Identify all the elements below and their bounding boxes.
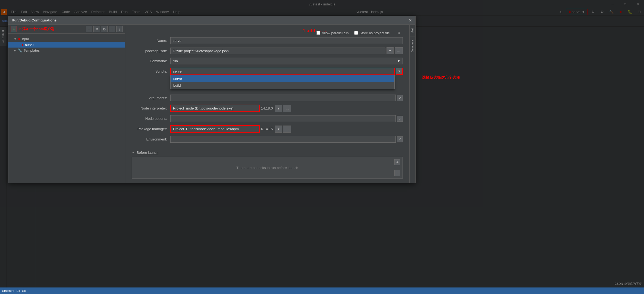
node-interpreter-input[interactable] bbox=[170, 105, 260, 112]
node-options-label: Node options: bbox=[132, 117, 167, 121]
ant-panel-tab[interactable]: Ant bbox=[410, 25, 415, 36]
database-panel-tab[interactable]: Database bbox=[410, 36, 415, 56]
package-json-label: package.json: bbox=[132, 49, 167, 53]
npm-icon: ■ bbox=[18, 37, 20, 41]
dialog-backdrop: Run/Debug Configurations ✕ + 2.添加一个npm客户… bbox=[0, 0, 644, 294]
package-json-input-group: ▼ … bbox=[170, 47, 403, 54]
node-interpreter-group: 14.18.0 ▼ … bbox=[170, 105, 403, 112]
templates-item[interactable]: ▶ 🔧 Templates bbox=[8, 48, 125, 53]
dialog-form: 1.add … … Allow parallel run Store as pr… bbox=[125, 25, 409, 183]
name-row: Name: bbox=[132, 37, 403, 44]
bottom-item-ex: Ex bbox=[17, 289, 20, 292]
environment-row: Environment: ⤢ bbox=[132, 136, 403, 143]
node-interpreter-row: Node interpreter: 14.18.0 ▼ … bbox=[132, 105, 403, 112]
store-as-project-label: Store as project file bbox=[360, 31, 390, 35]
package-manager-group: 6.14.15 ▼ … bbox=[170, 125, 403, 133]
scripts-dropdown-list: serve build bbox=[170, 75, 395, 89]
package-json-input[interactable] bbox=[170, 48, 385, 54]
serve-config-label: serve bbox=[25, 43, 34, 47]
command-dropdown-icon: ▼ bbox=[397, 59, 400, 63]
before-launch-title: Before launch bbox=[137, 151, 158, 155]
scripts-input[interactable] bbox=[170, 68, 395, 75]
name-input[interactable] bbox=[170, 37, 403, 44]
copy-configuration-button[interactable]: ⧉ bbox=[93, 26, 100, 32]
package-manager-label: Package manager: bbox=[132, 127, 167, 131]
chevron-right-icon: ▶ bbox=[14, 49, 16, 52]
npm-group[interactable]: ▼ ■ npm bbox=[8, 36, 125, 42]
arguments-label: Arguments: bbox=[132, 96, 167, 100]
node-version-dropdown[interactable]: ▼ bbox=[275, 105, 282, 112]
chevron-down-icon: ▼ bbox=[14, 37, 17, 40]
node-version: 14.18.0 bbox=[261, 106, 273, 110]
node-options-expand-button[interactable]: ⤢ bbox=[397, 116, 403, 122]
name-label: Name: bbox=[132, 39, 167, 43]
node-options-row: Node options: ⤢ bbox=[132, 115, 403, 122]
scripts-row: Scripts: ▼ serve build 选择我选择这几个选项 bbox=[132, 68, 403, 75]
arguments-expand-button[interactable]: ⤢ bbox=[397, 95, 403, 101]
command-row: Command: run ▼ bbox=[132, 58, 403, 64]
scripts-label: Scripts: bbox=[132, 69, 167, 73]
environment-input-group: ⤢ bbox=[170, 136, 403, 143]
store-as-project-checkbox-item: Store as project file bbox=[354, 31, 390, 35]
run-debug-dialog: Run/Debug Configurations ✕ + 2.添加一个npm客户… bbox=[8, 16, 416, 183]
templates-icon: 🔧 bbox=[18, 48, 22, 52]
command-select[interactable]: run ▼ bbox=[170, 58, 403, 64]
checkbox-row: Allow parallel run Store as project file… bbox=[316, 29, 403, 37]
before-launch-empty-text: There are no tasks to run before launch bbox=[236, 166, 298, 170]
dialog-tree-toolbar: + 2.添加一个npm客户端 − ⧉ ⚙ ↑ ↓ bbox=[8, 25, 125, 34]
scripts-input-row: ▼ bbox=[170, 68, 403, 75]
dialog-close-button[interactable]: ✕ bbox=[409, 18, 412, 23]
settings-configuration-button[interactable]: ⚙ bbox=[101, 26, 108, 32]
package-json-row: package.json: ▼ … bbox=[132, 47, 403, 54]
package-manager-input[interactable] bbox=[170, 125, 260, 133]
node-options-input[interactable] bbox=[170, 115, 396, 122]
before-launch-remove-button[interactable]: − bbox=[394, 170, 400, 176]
environment-input[interactable] bbox=[170, 136, 396, 143]
remove-configuration-button[interactable]: − bbox=[86, 26, 92, 32]
arguments-input-group: ⤢ bbox=[170, 95, 403, 101]
dialog-right-panels: Ant Database bbox=[409, 25, 415, 183]
before-launch-add-button[interactable]: + bbox=[394, 159, 400, 165]
scripts-option-serve[interactable]: serve bbox=[171, 75, 394, 82]
package-manager-row: Package manager: 6.14.15 ▼ … bbox=[132, 125, 403, 133]
project-settings-button[interactable]: ⚙ bbox=[395, 29, 403, 37]
scripts-dropdown-arrow[interactable]: ▼ bbox=[396, 68, 403, 75]
command-label: Command: bbox=[132, 59, 167, 63]
command-input-group: run ▼ bbox=[170, 58, 403, 64]
scripts-option-build[interactable]: build bbox=[171, 82, 394, 89]
command-value: run bbox=[173, 59, 178, 63]
dialog-body: + 2.添加一个npm客户端 − ⧉ ⚙ ↑ ↓ ▼ ■ npm bbox=[8, 25, 415, 183]
package-manager-browse[interactable]: … bbox=[283, 126, 291, 133]
npm-group-label: npm bbox=[22, 37, 29, 41]
dialog-tree-panel: + 2.添加一个npm客户端 − ⧉ ⚙ ↑ ↓ ▼ ■ npm bbox=[8, 25, 125, 183]
move-down-button[interactable]: ↓ bbox=[116, 26, 123, 32]
arguments-input[interactable] bbox=[170, 95, 396, 101]
arguments-row: Arguments: ⤢ bbox=[132, 95, 403, 101]
bottom-bar: Structure Ex Sc bbox=[0, 287, 644, 294]
run-config-icon: ■ bbox=[21, 43, 23, 47]
scripts-container: ▼ serve build bbox=[170, 68, 403, 75]
store-as-project-checkbox[interactable] bbox=[354, 31, 358, 35]
serve-config-item[interactable]: ■ serve bbox=[8, 42, 125, 48]
bottom-status: Structure bbox=[2, 289, 14, 292]
environment-expand-button[interactable]: ⤢ bbox=[397, 136, 403, 142]
allow-parallel-checkbox[interactable] bbox=[316, 31, 320, 35]
watermark: CSDN @我真的不菜 bbox=[615, 282, 642, 286]
before-launch-header: ▼ Before launch bbox=[132, 151, 403, 155]
add-configuration-button[interactable]: + bbox=[11, 26, 17, 32]
package-manager-dropdown[interactable]: ▼ bbox=[275, 126, 282, 133]
before-launch-section: ▼ Before launch There are no tasks to ru… bbox=[132, 148, 403, 179]
allow-parallel-checkbox-item: Allow parallel run bbox=[316, 31, 349, 35]
package-json-dropdown[interactable]: ▼ bbox=[387, 47, 394, 54]
node-interpreter-label: Node interpreter: bbox=[132, 106, 167, 110]
templates-label: Templates bbox=[24, 48, 40, 52]
node-interpreter-browse[interactable]: … bbox=[283, 105, 291, 112]
bottom-item-sc: Sc bbox=[22, 289, 26, 292]
before-launch-body: There are no tasks to run before launch … bbox=[132, 157, 403, 179]
dialog-title: Run/Debug Configurations bbox=[12, 18, 56, 22]
move-up-button[interactable]: ↑ bbox=[109, 26, 115, 32]
package-manager-version: 6.14.15 bbox=[261, 127, 273, 131]
allow-parallel-label: Allow parallel run bbox=[322, 31, 349, 35]
package-json-browse[interactable]: … bbox=[395, 47, 403, 54]
dialog-tree-content: ▼ ■ npm ■ serve ▶ 🔧 Templates bbox=[8, 34, 125, 183]
